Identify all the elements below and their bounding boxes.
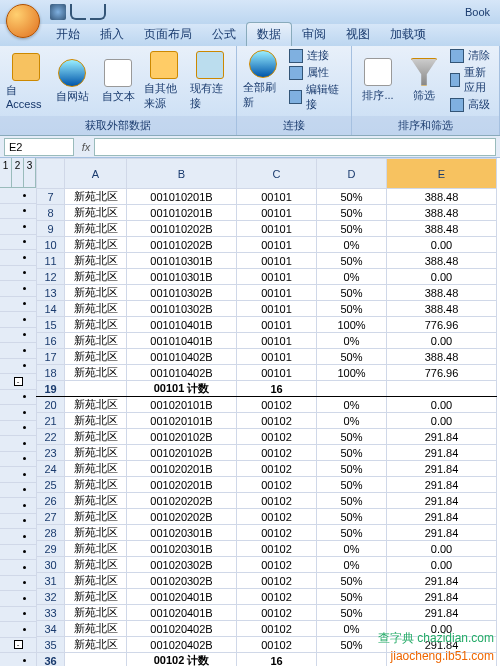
table-row[interactable]: 29新苑北区001020301B001020%0.00 xyxy=(37,541,497,557)
tab-home[interactable]: 开始 xyxy=(46,23,90,46)
row-header[interactable]: 26 xyxy=(37,493,65,509)
col-B[interactable]: B xyxy=(127,159,237,189)
row-header[interactable]: 11 xyxy=(37,253,65,269)
tab-formulas[interactable]: 公式 xyxy=(202,23,246,46)
reapply-button[interactable]: 重新应用 xyxy=(450,65,493,95)
outline-level-2[interactable]: 2 xyxy=(12,158,24,187)
table-row[interactable]: 7新苑北区001010201B0010150%388.48 xyxy=(37,189,497,205)
table-row[interactable]: 17新苑北区001010402B0010150%388.48 xyxy=(37,349,497,365)
table-row[interactable]: 33新苑北区001020401B0010250%291.84 xyxy=(37,605,497,621)
table-row[interactable]: 8新苑北区001010201B0010150%388.48 xyxy=(37,205,497,221)
row-header[interactable]: 35 xyxy=(37,637,65,653)
table-row[interactable]: 23新苑北区001020102B0010250%291.84 xyxy=(37,445,497,461)
row-header[interactable]: 27 xyxy=(37,509,65,525)
existing-conn-button[interactable]: 现有连接 xyxy=(190,51,230,111)
row-header[interactable]: 17 xyxy=(37,349,65,365)
table-row[interactable]: 3600102 计数16 xyxy=(37,653,497,667)
collapse-icon[interactable]: - xyxy=(14,640,23,649)
table-row[interactable]: 31新苑北区001020302B0010250%291.84 xyxy=(37,573,497,589)
col-C[interactable]: C xyxy=(237,159,317,189)
row-header[interactable]: 19 xyxy=(37,381,65,397)
cells-table[interactable]: A B C D E 7新苑北区001010201B0010150%388.488… xyxy=(36,158,497,666)
collapse-icon[interactable]: - xyxy=(14,377,23,386)
clear-filter-button[interactable]: 清除 xyxy=(450,48,493,63)
from-other-button[interactable]: 自其他来源 xyxy=(144,51,184,111)
filter-button[interactable]: 筛选 xyxy=(404,58,444,103)
row-header[interactable]: 34 xyxy=(37,621,65,637)
row-header[interactable]: 24 xyxy=(37,461,65,477)
row-header[interactable]: 30 xyxy=(37,557,65,573)
table-row[interactable]: 25新苑北区001020201B0010250%291.84 xyxy=(37,477,497,493)
tab-view[interactable]: 视图 xyxy=(336,23,380,46)
row-header[interactable]: 33 xyxy=(37,605,65,621)
connections-button[interactable]: 连接 xyxy=(289,48,345,63)
table-row[interactable]: 32新苑北区001020401B0010250%291.84 xyxy=(37,589,497,605)
row-header[interactable]: 25 xyxy=(37,477,65,493)
advanced-button[interactable]: 高级 xyxy=(450,97,493,112)
office-button[interactable] xyxy=(6,4,40,38)
redo-icon[interactable] xyxy=(90,4,106,20)
table-row[interactable]: 35新苑北区001020402B0010250%291.84 xyxy=(37,637,497,653)
row-header[interactable]: 12 xyxy=(37,269,65,285)
row-header[interactable]: 32 xyxy=(37,589,65,605)
table-row[interactable]: 24新苑北区001020201B0010250%291.84 xyxy=(37,461,497,477)
row-header[interactable]: 29 xyxy=(37,541,65,557)
row-header[interactable]: 18 xyxy=(37,365,65,381)
table-row[interactable]: 27新苑北区001020202B0010250%291.84 xyxy=(37,509,497,525)
select-all[interactable] xyxy=(37,159,65,189)
table-row[interactable]: 13新苑北区001010302B0010150%388.48 xyxy=(37,285,497,301)
row-header[interactable]: 15 xyxy=(37,317,65,333)
fx-icon[interactable]: fx xyxy=(78,141,94,153)
from-web-button[interactable]: 自网站 xyxy=(52,59,92,104)
table-row[interactable]: 10新苑北区001010202B001010%0.00 xyxy=(37,237,497,253)
row-header[interactable]: 10 xyxy=(37,237,65,253)
table-row[interactable]: 30新苑北区001020302B001020%0.00 xyxy=(37,557,497,573)
tab-data[interactable]: 数据 xyxy=(246,22,292,46)
tab-page-layout[interactable]: 页面布局 xyxy=(134,23,202,46)
refresh-all-button[interactable]: 全部刷新 xyxy=(243,50,283,110)
table-row[interactable]: 26新苑北区001020202B0010250%291.84 xyxy=(37,493,497,509)
row-header[interactable]: 14 xyxy=(37,301,65,317)
outline-level-3[interactable]: 3 xyxy=(24,158,36,187)
formula-bar[interactable] xyxy=(94,138,496,156)
properties-button[interactable]: 属性 xyxy=(289,65,345,80)
from-text-button[interactable]: 自文本 xyxy=(98,59,138,104)
table-row[interactable]: 11新苑北区001010301B0010150%388.48 xyxy=(37,253,497,269)
col-D[interactable]: D xyxy=(317,159,387,189)
tab-review[interactable]: 审阅 xyxy=(292,23,336,46)
row-header[interactable]: 28 xyxy=(37,525,65,541)
table-row[interactable]: 22新苑北区001020102B0010250%291.84 xyxy=(37,429,497,445)
tab-addins[interactable]: 加载项 xyxy=(380,23,436,46)
col-A[interactable]: A xyxy=(65,159,127,189)
table-row[interactable]: 9新苑北区001010202B0010150%388.48 xyxy=(37,221,497,237)
row-header[interactable]: 13 xyxy=(37,285,65,301)
table-row[interactable]: 28新苑北区001020301B0010250%291.84 xyxy=(37,525,497,541)
col-E[interactable]: E xyxy=(387,159,497,189)
table-row[interactable]: 21新苑北区001020101B001020%0.00 xyxy=(37,413,497,429)
save-icon[interactable] xyxy=(50,4,66,20)
table-row[interactable]: 16新苑北区001010401B001010%0.00 xyxy=(37,333,497,349)
table-row[interactable]: 20新苑北区001020101B001020%0.00 xyxy=(37,397,497,413)
outline-level-1[interactable]: 1 xyxy=(0,158,12,187)
undo-icon[interactable] xyxy=(70,4,86,20)
table-row[interactable]: 1900101 计数16 xyxy=(37,381,497,397)
sort-button[interactable]: 排序... xyxy=(358,58,398,103)
table-row[interactable]: 12新苑北区001010301B001010%0.00 xyxy=(37,269,497,285)
row-header[interactable]: 23 xyxy=(37,445,65,461)
row-header[interactable]: 9 xyxy=(37,221,65,237)
table-row[interactable]: 15新苑北区001010401B00101100%776.96 xyxy=(37,317,497,333)
from-access-button[interactable]: 自 Access xyxy=(6,53,46,110)
row-header[interactable]: 31 xyxy=(37,573,65,589)
edit-links-button[interactable]: 编辑链接 xyxy=(289,82,345,112)
row-header[interactable]: 7 xyxy=(37,189,65,205)
row-header[interactable]: 8 xyxy=(37,205,65,221)
tab-insert[interactable]: 插入 xyxy=(90,23,134,46)
row-header[interactable]: 21 xyxy=(37,413,65,429)
table-row[interactable]: 18新苑北区001010402B00101100%776.96 xyxy=(37,365,497,381)
row-header[interactable]: 36 xyxy=(37,653,65,667)
row-header[interactable]: 16 xyxy=(37,333,65,349)
name-box[interactable]: E2 xyxy=(4,138,74,156)
row-header[interactable]: 20 xyxy=(37,397,65,413)
table-row[interactable]: 34新苑北区001020402B001020%0.00 xyxy=(37,621,497,637)
row-header[interactable]: 22 xyxy=(37,429,65,445)
